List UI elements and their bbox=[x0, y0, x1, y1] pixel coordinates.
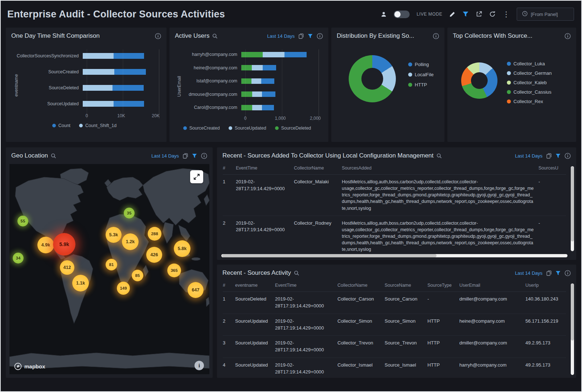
bar-segment[interactable] bbox=[251, 78, 261, 84]
table-row[interactable]: 12019-02-28T17:19:14.429+0000Collector_M… bbox=[223, 175, 566, 216]
map-cluster-bubble[interactable]: 5.8k bbox=[174, 240, 190, 257]
bar-segment[interactable] bbox=[83, 69, 114, 75]
legend-item[interactable]: Collector_Kaleb bbox=[507, 80, 552, 85]
map-info-icon[interactable]: i bbox=[194, 361, 204, 370]
map-cluster-bubble[interactable]: 55 bbox=[17, 216, 28, 226]
map-cluster-bubble[interactable]: 81 bbox=[106, 259, 117, 270]
legend-item[interactable]: Polling bbox=[408, 62, 434, 67]
column-header[interactable]: eventname bbox=[235, 281, 275, 292]
info-icon[interactable] bbox=[565, 33, 571, 39]
time-range-label[interactable]: Last 14 Days bbox=[151, 153, 179, 159]
bar-segment[interactable] bbox=[114, 69, 146, 75]
map-cluster-bubble[interactable]: 412 bbox=[60, 260, 74, 275]
magnifier-icon[interactable] bbox=[212, 33, 218, 39]
map-cluster-bubble[interactable]: 647 bbox=[188, 282, 204, 298]
info-icon[interactable] bbox=[433, 33, 439, 39]
column-header[interactable]: SourceName bbox=[385, 281, 427, 292]
bar-segment[interactable] bbox=[262, 105, 274, 110]
bar-segment[interactable] bbox=[241, 105, 252, 110]
bar-segment[interactable] bbox=[241, 65, 252, 70]
column-header[interactable]: UserIp bbox=[525, 281, 566, 292]
copy-icon[interactable] bbox=[299, 33, 304, 39]
info-icon[interactable] bbox=[565, 153, 571, 159]
filter-funnel-icon[interactable] bbox=[556, 271, 561, 275]
user-icon[interactable] bbox=[381, 11, 387, 17]
map-cluster-bubble[interactable]: 34 bbox=[13, 253, 24, 264]
scrollbar-thumb[interactable] bbox=[571, 167, 574, 241]
filter-funnel-icon[interactable] bbox=[556, 154, 561, 158]
copy-icon[interactable] bbox=[546, 153, 552, 159]
bar-segment[interactable] bbox=[261, 78, 274, 84]
time-range-label[interactable]: Last 14 Days bbox=[515, 270, 542, 276]
table-row[interactable]: 4SourceUpdated2019-02-28T17:19:14.429+00… bbox=[223, 358, 566, 376]
bar-segment[interactable] bbox=[114, 101, 144, 107]
bar-segment[interactable] bbox=[83, 85, 112, 91]
filter-funnel-icon[interactable] bbox=[462, 11, 469, 17]
distribution-donut[interactable] bbox=[349, 55, 396, 102]
column-header[interactable]: # bbox=[223, 281, 235, 292]
map-cluster-bubble[interactable]: 5.9k bbox=[53, 233, 75, 256]
map-cluster-bubble[interactable]: 85 bbox=[132, 270, 143, 281]
copy-icon[interactable] bbox=[546, 270, 552, 276]
filter-funnel-icon[interactable] bbox=[308, 34, 313, 38]
legend-item[interactable]: Collector_Cassius bbox=[507, 89, 552, 95]
info-icon[interactable] bbox=[155, 33, 161, 39]
column-header[interactable]: EventTime bbox=[236, 164, 294, 175]
copy-icon[interactable] bbox=[183, 153, 188, 159]
time-range-label[interactable]: Last 14 Days bbox=[267, 33, 295, 39]
from-panel-box[interactable]: [From Panel] bbox=[517, 8, 574, 21]
fullscreen-expand-icon[interactable] bbox=[190, 170, 203, 183]
filter-funnel-icon[interactable] bbox=[192, 154, 197, 158]
legend-item[interactable]: SourceCreated bbox=[183, 126, 220, 131]
info-icon[interactable] bbox=[201, 153, 207, 159]
map-cluster-bubble[interactable]: 1.2k bbox=[122, 233, 139, 250]
legend-item[interactable]: Collector_Rex bbox=[507, 99, 552, 104]
legend-item[interactable]: SourceUpdated bbox=[229, 126, 266, 131]
topcollectors-donut[interactable] bbox=[461, 62, 497, 99]
info-icon[interactable] bbox=[317, 33, 323, 39]
scrollbar-thumb[interactable] bbox=[222, 254, 436, 257]
legend-item[interactable]: Count_Shift_1d bbox=[79, 123, 116, 128]
bar-segment[interactable] bbox=[252, 105, 262, 110]
legend-item[interactable]: LocalFile bbox=[408, 72, 434, 77]
live-mode-toggle[interactable] bbox=[394, 11, 410, 18]
magnifier-icon[interactable] bbox=[51, 153, 56, 159]
map-cluster-bubble[interactable]: 5.3k bbox=[106, 227, 122, 243]
table-row[interactable]: 2SourceUpdated2019-02-28T17:19:14.429+00… bbox=[223, 314, 566, 336]
legend-item[interactable]: Collector_German bbox=[507, 70, 552, 76]
column-header[interactable]: CollectorName bbox=[337, 281, 385, 292]
column-header[interactable]: # bbox=[223, 164, 236, 175]
magnifier-icon[interactable] bbox=[294, 270, 299, 276]
bar-segment[interactable] bbox=[284, 52, 307, 57]
mapbox-logo[interactable]: mapbox bbox=[14, 363, 45, 370]
column-header[interactable]: SourcesAdded bbox=[342, 164, 538, 175]
bar-segment[interactable] bbox=[241, 91, 252, 97]
bar-segment[interactable] bbox=[252, 91, 262, 97]
magnifier-icon[interactable] bbox=[436, 153, 442, 159]
column-header[interactable]: UserEmail bbox=[459, 281, 525, 292]
bar-segment[interactable] bbox=[241, 78, 251, 84]
bar-segment[interactable] bbox=[83, 101, 114, 107]
time-range-label[interactable]: Last 14 Days bbox=[515, 153, 542, 159]
map-cluster-bubble[interactable]: 426 bbox=[146, 247, 162, 263]
bar-segment[interactable] bbox=[263, 52, 284, 57]
bar-segment[interactable] bbox=[112, 85, 143, 91]
column-header[interactable]: SourceType bbox=[427, 281, 459, 292]
legend-item[interactable]: Count bbox=[52, 123, 70, 128]
legend-item[interactable]: HTTP bbox=[408, 82, 434, 87]
refresh-icon[interactable] bbox=[489, 11, 496, 17]
bar-segment[interactable] bbox=[252, 65, 263, 70]
map-cluster-bubble[interactable]: 288 bbox=[148, 227, 161, 241]
kebab-menu-icon[interactable]: ⋮ bbox=[503, 11, 510, 18]
table-row[interactable]: 3SourceUpdated2019-02-28T17:19:14.429+00… bbox=[223, 336, 566, 358]
table-row[interactable]: 1SourceDeleted2019-02-28T17:19:14.429+00… bbox=[223, 292, 566, 314]
bar-segment[interactable] bbox=[114, 53, 144, 59]
table-row[interactable]: 22019-02-28T17:19:14.429+0000Collector_R… bbox=[223, 216, 566, 257]
info-icon[interactable] bbox=[565, 270, 571, 276]
map-cluster-bubble[interactable]: 365 bbox=[167, 264, 181, 277]
map-cluster-bubble[interactable]: 4.9k bbox=[37, 237, 54, 253]
share-icon[interactable] bbox=[476, 11, 482, 17]
legend-item[interactable]: SourceDeleted bbox=[275, 126, 311, 131]
map-cluster-bubble[interactable]: 149 bbox=[117, 282, 130, 295]
scrollbar-thumb[interactable] bbox=[571, 284, 574, 340]
